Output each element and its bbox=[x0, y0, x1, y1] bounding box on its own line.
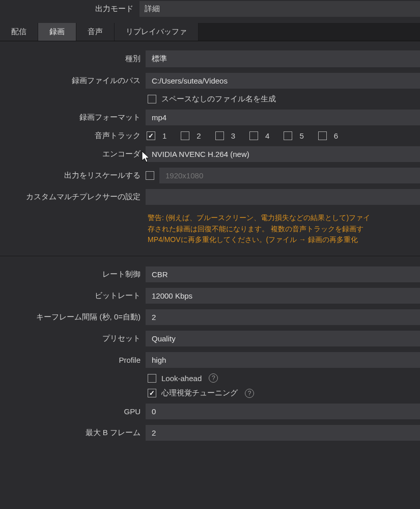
gpu-input[interactable]: 0 bbox=[146, 404, 420, 419]
bframes-input[interactable]: 2 bbox=[146, 425, 420, 441]
tabs: 配信 録画 音声 リプレイバッファ bbox=[0, 23, 420, 41]
help-icon[interactable]: ? bbox=[209, 373, 218, 383]
bitrate-input[interactable]: 12000 Kbps bbox=[146, 288, 420, 304]
tab-streaming[interactable]: 配信 bbox=[0, 23, 38, 41]
track-1-checkbox[interactable] bbox=[147, 131, 155, 140]
path-label: 録画ファイルのパス bbox=[0, 76, 141, 86]
tab-recording[interactable]: 録画 bbox=[38, 23, 76, 41]
encoder-label: エンコーダ bbox=[0, 149, 141, 159]
track-4-checkbox[interactable] bbox=[249, 131, 258, 140]
path-input[interactable]: C:/Users/sutea/Videos bbox=[146, 73, 420, 89]
warning-text: 警告: (例えば、ブルースクリーン、電力損失などの結果として)ファイ 存された録… bbox=[0, 210, 420, 256]
rescale-input: 1920x1080 bbox=[159, 168, 420, 183]
rate-control-label: レート制御 bbox=[0, 270, 141, 279]
gpu-label: GPU bbox=[0, 407, 141, 416]
type-select[interactable]: 標準 bbox=[146, 50, 420, 67]
format-label: 録画フォーマット bbox=[0, 113, 141, 122]
track-1-label: 1 bbox=[162, 131, 166, 140]
mux-label: カスタムマルチプレクサーの設定 bbox=[0, 192, 141, 202]
track-6-label: 6 bbox=[334, 131, 338, 140]
track-4-label: 4 bbox=[265, 131, 269, 140]
keyframe-input[interactable]: 2 bbox=[146, 309, 420, 325]
track-3-checkbox[interactable] bbox=[215, 131, 224, 140]
track-2-label: 2 bbox=[197, 131, 201, 140]
type-label: 種別 bbox=[0, 54, 141, 64]
track-3-label: 3 bbox=[231, 131, 235, 140]
output-mode-select[interactable]: 詳細 bbox=[139, 1, 420, 17]
preset-label: プリセット bbox=[0, 334, 141, 343]
output-mode-label: 出力モード bbox=[0, 4, 133, 14]
track-5-label: 5 bbox=[299, 131, 303, 140]
format-select[interactable]: mp4 bbox=[146, 110, 420, 125]
track-2-checkbox[interactable] bbox=[181, 131, 189, 140]
keyframe-label: キーフレーム間隔 (秒, 0=自動) bbox=[0, 312, 141, 322]
tracks-label: 音声トラック bbox=[0, 131, 141, 141]
track-6-checkbox[interactable] bbox=[318, 131, 327, 140]
rescale-label: 出力をリスケールする bbox=[0, 171, 141, 180]
rate-control-select[interactable]: CBR bbox=[146, 266, 420, 282]
mux-input[interactable] bbox=[146, 189, 420, 205]
encoder-select[interactable]: NVIDIA NVENC H.264 (new) bbox=[146, 146, 420, 162]
lookahead-checkbox[interactable] bbox=[148, 374, 156, 383]
tab-audio[interactable]: 音声 bbox=[76, 23, 115, 41]
section-divider bbox=[0, 256, 420, 256]
bitrate-label: ビットレート bbox=[0, 291, 141, 301]
profile-label: Profile bbox=[0, 356, 141, 364]
psycho-checkbox[interactable] bbox=[148, 389, 156, 397]
help-icon[interactable]: ? bbox=[245, 389, 254, 398]
profile-select[interactable]: high bbox=[146, 352, 420, 368]
preset-select[interactable]: Quality bbox=[146, 331, 420, 346]
nospace-checkbox-label: スペースなしのファイル名を生成 bbox=[161, 94, 276, 104]
tab-replay-buffer[interactable]: リプレイバッファ bbox=[115, 23, 199, 41]
rescale-checkbox[interactable] bbox=[146, 171, 154, 180]
nospace-checkbox[interactable] bbox=[148, 95, 156, 103]
track-5-checkbox[interactable] bbox=[284, 131, 292, 140]
lookahead-label: Look-ahead bbox=[161, 374, 202, 383]
psycho-label: 心理視覚チューニング bbox=[161, 388, 238, 398]
bframes-label: 最大 B フレーム bbox=[0, 428, 141, 438]
